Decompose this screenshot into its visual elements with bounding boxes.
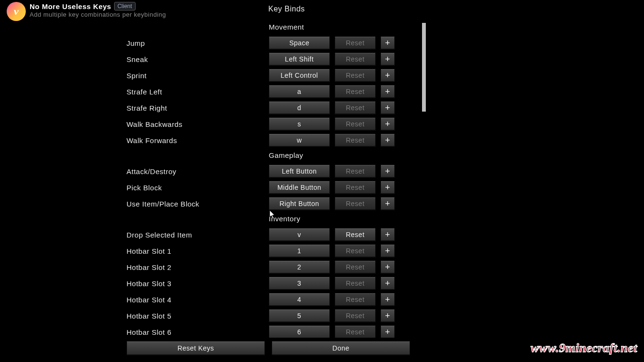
keybind-row: SneakLeft ShiftReset+ [127,51,413,67]
reset-button[interactable]: Reset [335,293,376,306]
key-button[interactable]: 2 [269,260,330,274]
reset-button[interactable]: Reset [335,134,376,147]
watermark: www.9minecraft.net [531,341,637,355]
reset-button[interactable]: Reset [335,244,376,258]
keybind-row: Walk ForwardswReset+ [127,132,413,148]
add-button[interactable]: + [380,69,395,82]
keybind-label: Hotbar Slot 4 [127,296,264,304]
keybind-label: Hotbar Slot 1 [127,247,264,255]
keybind-row: Hotbar Slot 11Reset+ [127,243,413,259]
reset-button[interactable]: Reset [335,101,376,114]
keybind-row: Hotbar Slot 66Reset+ [127,324,413,338]
add-button[interactable]: + [380,134,395,147]
key-button[interactable]: Left Control [269,69,330,82]
scrollbar-thumb[interactable] [422,23,426,112]
keybind-label: Walk Forwards [127,136,264,145]
add-button[interactable]: + [380,293,395,306]
mod-text: No More Useless Keys Client Add multiple… [30,2,166,18]
reset-button[interactable]: Reset [335,277,376,290]
keybind-row: Attack/DestroyLeft ButtonReset+ [127,163,413,179]
reset-button[interactable]: Reset [335,85,376,98]
key-button[interactable]: d [269,101,330,114]
key-button[interactable]: Left Shift [269,52,330,66]
client-badge: Client [114,2,136,10]
add-button[interactable]: + [380,101,395,114]
add-button[interactable]: + [380,52,395,66]
key-button[interactable]: Middle Button [269,181,330,194]
scrollbar[interactable] [422,23,426,328]
add-button[interactable]: + [380,277,395,290]
key-button[interactable]: 5 [269,309,330,322]
mod-name: No More Useless Keys [30,2,111,10]
keybind-label: Use Item/Place Block [127,200,264,208]
reset-button[interactable]: Reset [335,260,376,274]
key-button[interactable]: a [269,85,330,98]
reset-keys-button[interactable]: Reset Keys [127,341,265,355]
section-header: Gameplay [269,151,413,159]
keybind-label: Strafe Right [127,104,264,112]
key-button[interactable]: v [269,228,330,241]
keybind-label: Walk Backwards [127,120,264,128]
keybind-row: Drop Selected ItemvReset+ [127,227,413,243]
keybind-label: Jump [127,39,264,47]
key-button[interactable]: 3 [269,277,330,290]
keybind-label: Attack/Destroy [127,167,264,176]
reset-button[interactable]: Reset [335,228,376,241]
reset-button[interactable]: Reset [335,197,376,210]
keybind-row: Hotbar Slot 33Reset+ [127,275,413,291]
reset-button[interactable]: Reset [335,325,376,338]
keybind-row: JumpSpaceReset+ [127,35,413,51]
keybind-label: Hotbar Slot 2 [127,263,264,271]
key-button[interactable]: Left Button [269,165,330,178]
mod-icon: v [7,2,26,21]
key-button[interactable]: Right Button [269,197,330,210]
add-button[interactable]: + [380,36,395,50]
key-button[interactable]: s [269,117,330,131]
section-header: Inventory [269,215,413,223]
keybind-row: Pick BlockMiddle ButtonReset+ [127,179,413,196]
reset-button[interactable]: Reset [335,309,376,322]
keybind-row: Hotbar Slot 44Reset+ [127,291,413,308]
page-title: Key Binds [268,5,305,13]
keybind-label: Strafe Left [127,88,264,96]
keybind-label: Hotbar Slot 5 [127,312,264,320]
reset-button[interactable]: Reset [335,181,376,194]
keybind-row: SprintLeft ControlReset+ [127,67,413,83]
key-button[interactable]: 4 [269,293,330,306]
add-button[interactable]: + [380,117,395,131]
add-button[interactable]: + [380,197,395,210]
add-button[interactable]: + [380,309,395,322]
keybind-row: Strafe RightdReset+ [127,100,413,116]
keybind-row: Walk BackwardssReset+ [127,116,413,132]
key-button[interactable]: w [269,134,330,147]
bottom-bar: Reset Keys Done [127,341,410,355]
add-button[interactable]: + [380,325,395,338]
mod-subtitle: Add multiple key combinations per keybin… [30,11,166,18]
add-button[interactable]: + [380,85,395,98]
keybind-list: MovementJumpSpaceReset+SneakLeft ShiftRe… [127,23,413,338]
add-button[interactable]: + [380,244,395,258]
add-button[interactable]: + [380,260,395,274]
keybind-label: Sprint [127,72,264,80]
keybind-label: Hotbar Slot 6 [127,328,264,336]
add-button[interactable]: + [380,228,395,241]
keybind-row: Use Item/Place BlockRight ButtonReset+ [127,196,413,212]
reset-button[interactable]: Reset [335,36,376,50]
keybind-row: Strafe LeftaReset+ [127,83,413,100]
add-button[interactable]: + [380,181,395,194]
reset-button[interactable]: Reset [335,165,376,178]
keybind-row: Hotbar Slot 22Reset+ [127,259,413,275]
keybind-label: Sneak [127,55,264,63]
add-button[interactable]: + [380,165,395,178]
mod-info: v No More Useless Keys Client Add multip… [7,2,166,21]
reset-button[interactable]: Reset [335,69,376,82]
section-header: Movement [269,23,413,31]
keybind-label: Hotbar Slot 3 [127,279,264,288]
key-button[interactable]: 1 [269,244,330,258]
reset-button[interactable]: Reset [335,52,376,66]
done-button[interactable]: Done [272,341,410,355]
key-button[interactable]: Space [269,36,330,50]
reset-button[interactable]: Reset [335,117,376,131]
keybind-label: Pick Block [127,184,264,192]
key-button[interactable]: 6 [269,325,330,338]
